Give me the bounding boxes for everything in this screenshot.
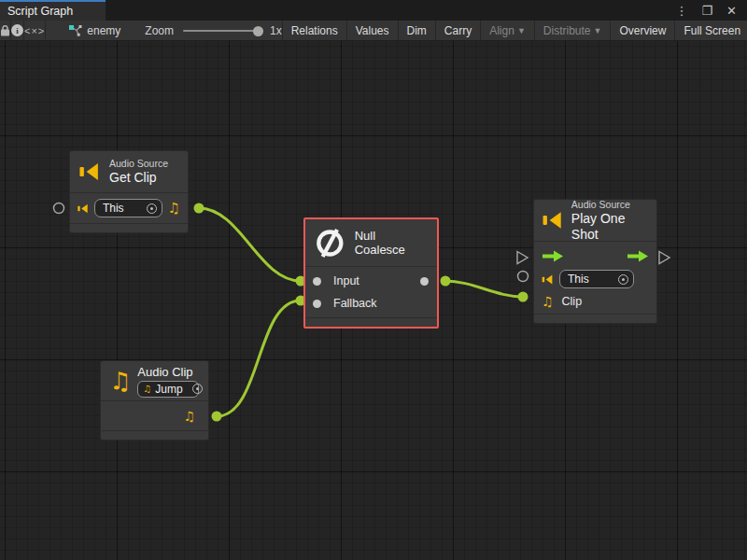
input-port-label: Input bbox=[333, 274, 359, 287]
port-flow-out-triangle[interactable] bbox=[659, 252, 669, 264]
audio-clip-icon: ♫ bbox=[109, 369, 131, 393]
graph-breadcrumb[interactable]: enemy bbox=[68, 24, 120, 37]
play-one-shot-header: Audio Source Play One Shot bbox=[534, 200, 656, 242]
overview-button[interactable]: Overview bbox=[611, 21, 674, 40]
get-clip-body-row: This ♫ bbox=[70, 193, 188, 223]
zoom-slider[interactable] bbox=[183, 25, 263, 36]
node-null-coalesce[interactable]: Null Coalesce Input Fallback bbox=[303, 217, 439, 329]
zoom-slider-handle[interactable] bbox=[253, 26, 263, 36]
node-get-clip[interactable]: Audio Source Get Clip This ♫ bbox=[69, 150, 189, 233]
port-audioclip-output[interactable] bbox=[212, 412, 222, 422]
port-getclip-output[interactable] bbox=[194, 203, 204, 214]
play-clip-row: ♫ Clip bbox=[534, 290, 656, 312]
object-picker-icon[interactable] bbox=[147, 203, 157, 214]
graph-canvas[interactable]: Audio Source Get Clip This ♫ bbox=[0, 41, 747, 560]
audio-clip-body-row: ♫ bbox=[101, 401, 208, 430]
port-getclip-this-input[interactable] bbox=[54, 203, 64, 214]
carry-button[interactable]: Carry bbox=[436, 21, 480, 40]
wire-audioclip-to-fallback[interactable] bbox=[217, 301, 301, 416]
script-graph-window: Script Graph ⋮ ❐ ✕ i <×> bbox=[0, 0, 747, 560]
close-icon[interactable]: ✕ bbox=[726, 5, 737, 17]
graph-name: enemy bbox=[87, 24, 120, 37]
flow-in-arrow-icon[interactable] bbox=[542, 250, 564, 262]
fallback-port-dot[interactable] bbox=[313, 300, 321, 308]
get-clip-footer bbox=[70, 223, 188, 232]
audio-source-icon bbox=[543, 211, 563, 230]
music-note-icon: ♫ bbox=[183, 410, 195, 423]
port-clip-connected[interactable] bbox=[518, 292, 529, 302]
zoom-control: Zoom 1x bbox=[145, 24, 281, 37]
chevron-down-icon: ▼ bbox=[517, 26, 526, 35]
distribute-button[interactable]: Distribute ▼ bbox=[535, 21, 611, 40]
node-audio-clip[interactable]: ♫ Audio Clip ♫ Jump ♫ bbox=[100, 360, 209, 441]
clip-port-label: Clip bbox=[562, 295, 583, 308]
lock-button[interactable] bbox=[0, 21, 10, 40]
overview-label: Overview bbox=[619, 24, 666, 37]
port-nullcoalesce-output[interactable] bbox=[441, 276, 451, 287]
audio-source-mini-icon bbox=[542, 274, 554, 285]
this-field-value: This bbox=[568, 273, 618, 286]
relations-button[interactable]: Relations bbox=[283, 21, 346, 40]
null-coalesce-icon bbox=[314, 227, 346, 259]
input-port-row: Input bbox=[305, 270, 437, 292]
align-button[interactable]: Align ▼ bbox=[481, 21, 534, 40]
play-this-row: This bbox=[534, 268, 656, 290]
this-field-value: This bbox=[103, 202, 147, 215]
output-port-dot[interactable] bbox=[420, 277, 429, 286]
align-label: Align bbox=[489, 24, 514, 37]
lock-icon bbox=[0, 24, 10, 36]
music-note-icon: ♫ bbox=[168, 202, 180, 216]
get-clip-header: Audio Source Get Clip bbox=[70, 151, 188, 193]
node-category: Audio Source bbox=[109, 158, 168, 170]
node-title: Play One Shot bbox=[571, 211, 648, 243]
distribute-label: Distribute bbox=[543, 24, 591, 37]
relations-label: Relations bbox=[291, 24, 338, 37]
info-icon: i bbox=[11, 24, 23, 36]
wire-getclip-to-input[interactable] bbox=[199, 208, 301, 281]
music-note-icon: ♫ bbox=[143, 385, 151, 394]
this-object-field[interactable]: This bbox=[94, 199, 162, 217]
music-note-icon: ♫ bbox=[542, 295, 554, 308]
info-button[interactable]: i bbox=[11, 21, 23, 40]
audio-clip-footer bbox=[101, 430, 208, 440]
toolbar-button-group: Relations Values Dim Carry Align ▼ Distr… bbox=[282, 21, 747, 40]
node-play-one-shot[interactable]: Audio Source Play One Shot bbox=[533, 199, 657, 324]
values-button[interactable]: Values bbox=[347, 21, 398, 40]
menu-icon[interactable]: ⋮ bbox=[675, 5, 687, 17]
code-cross-icon: <×> bbox=[24, 25, 45, 36]
audio-source-icon bbox=[78, 162, 101, 181]
flow-port-row bbox=[534, 244, 656, 268]
play-one-shot-footer bbox=[534, 314, 656, 323]
object-picker-icon[interactable] bbox=[192, 384, 203, 394]
tab-title: Script Graph bbox=[7, 5, 73, 18]
tab-script-graph[interactable]: Script Graph bbox=[0, 0, 106, 21]
audio-source-mini-icon bbox=[78, 203, 89, 214]
code-toggle-button[interactable]: <×> bbox=[24, 21, 45, 40]
values-label: Values bbox=[356, 24, 389, 37]
window-controls: ⋮ ❐ ✕ bbox=[675, 0, 747, 21]
audio-clip-header: ♫ Audio Clip ♫ Jump bbox=[101, 361, 208, 401]
object-picker-icon[interactable] bbox=[618, 274, 628, 285]
this-object-field[interactable]: This bbox=[559, 270, 634, 288]
full-screen-button[interactable]: Full Screen bbox=[675, 21, 747, 40]
flow-out-arrow-icon[interactable] bbox=[627, 250, 649, 262]
node-title: Get Clip bbox=[109, 170, 168, 186]
audio-clip-field-value: Jump bbox=[155, 383, 182, 396]
zoom-label: Zoom bbox=[145, 24, 174, 37]
chevron-down-icon: ▼ bbox=[594, 26, 602, 35]
zoom-value: 1x bbox=[270, 24, 282, 37]
tab-strip: Script Graph ⋮ ❐ ✕ bbox=[0, 0, 747, 21]
toolbar-separator bbox=[45, 21, 46, 40]
node-category: Audio Source bbox=[571, 199, 648, 211]
maximize-icon[interactable]: ❐ bbox=[701, 5, 712, 17]
input-port-dot[interactable] bbox=[313, 277, 321, 286]
audio-clip-object-field[interactable]: ♫ Jump bbox=[137, 381, 199, 398]
node-title: Audio Clip bbox=[137, 365, 199, 379]
carry-label: Carry bbox=[444, 24, 472, 37]
graph-icon bbox=[68, 24, 82, 36]
port-playoneshot-this-input[interactable] bbox=[518, 272, 529, 282]
wire-nullcoalesce-to-clip[interactable] bbox=[445, 281, 523, 297]
dim-button[interactable]: Dim bbox=[399, 21, 435, 40]
port-flow-in-triangle[interactable] bbox=[517, 252, 528, 264]
full-screen-label: Full Screen bbox=[684, 24, 740, 37]
